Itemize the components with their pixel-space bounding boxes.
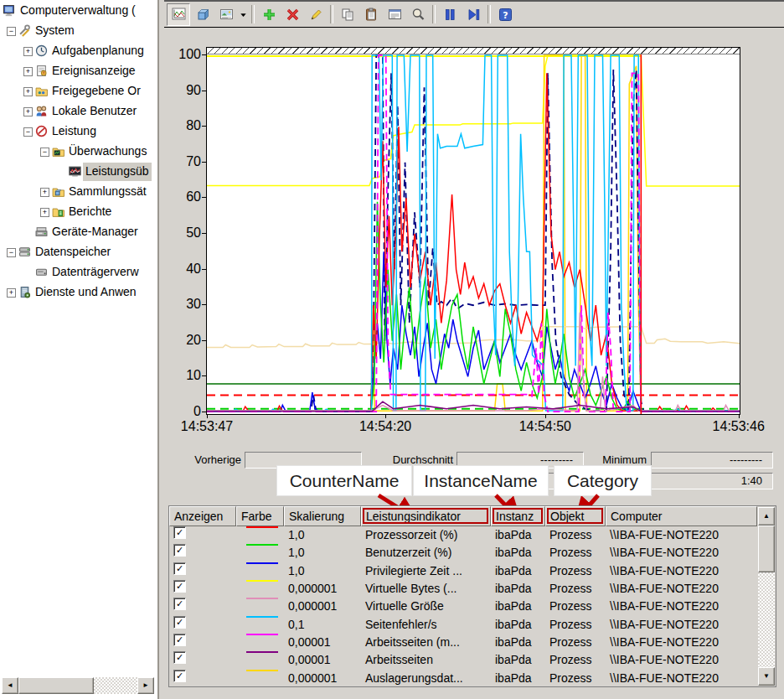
tree-item-geräte-manager[interactable]: Geräte-Manager [0,223,157,241]
column-header-skalierung[interactable]: Skalierung [284,506,361,526]
tree-item-dienste-und-anwen[interactable]: +Dienste und Anwen [0,283,157,302]
tree-item-leistung[interactable]: −Leistung [0,122,157,141]
counter-row-4[interactable]: ✓0,000001Virtuelle Bytes (...ibaPdaProze… [169,580,757,598]
table-vscroll-thumb[interactable] [758,526,775,572]
copy-properties-button[interactable] [337,4,358,25]
tree-item-label[interactable]: Datenträgerverw [49,263,142,282]
show-counter-checkbox[interactable]: ✓ [173,634,186,646]
collapse-icon[interactable]: − [23,127,33,137]
tree-item-sammlungssät[interactable]: +Sammlungssät [0,183,157,201]
highlight-button[interactable] [305,4,327,25]
counter-row-8[interactable]: ✓0,00001ArbeitsseitenibaPdaProzess\\IBA-… [169,651,757,669]
table-vscroll-up-arrow[interactable]: ▲ [758,507,775,526]
tree-item-freigegebene-or[interactable]: +Freigegebene Or [0,82,157,101]
expand-icon[interactable]: + [23,67,33,76]
counter-name-cell: Arbeitsseiten [361,651,491,669]
tree-item-label[interactable]: Aufgabenplanung [49,42,147,60]
tree-item-label[interactable]: Leistung [49,122,99,141]
counter-name-cell: Arbeitsseiten (m... [361,634,491,651]
zoom-button[interactable] [407,4,429,25]
add-counter-button[interactable] [258,4,280,25]
collapse-icon[interactable]: − [7,27,16,36]
tree-item-label[interactable]: Sammlungssät [66,183,149,201]
tree-item-aufgabenplanung[interactable]: +Aufgabenplanung [0,42,157,60]
show-counter-checkbox[interactable]: ✓ [173,526,186,539]
tree-item-überwachungs[interactable]: −Überwachungs [0,142,157,161]
column-header-farbe[interactable]: Farbe [236,506,284,526]
x-axis-label: 14:53:46 [703,419,775,434]
object-cell: Prozess [545,634,606,651]
counter-row-3[interactable]: ✓1,0Privilegierte Zeit ...ibaPdaProzess\… [169,562,757,580]
tree-item-label[interactable]: Geräte-Manager [49,223,141,241]
instance-cell: ibaPda [491,670,545,687]
monitoring-tools-folder-icon [52,145,64,158]
show-counter-checkbox[interactable]: ✓ [173,651,186,664]
expand-icon[interactable]: + [40,188,49,197]
collapse-icon[interactable]: − [7,248,16,257]
expand-icon[interactable]: + [7,288,16,298]
report-view-button[interactable] [215,4,237,25]
help-button[interactable]: ? [494,4,516,25]
show-counter-checkbox[interactable]: ✓ [173,562,186,575]
tree-item-datenspeicher[interactable]: −Datenspeicher [0,243,157,261]
chart-view-button[interactable] [167,3,190,26]
object-cell: Prozess [545,651,606,669]
expand-icon[interactable]: + [23,107,33,116]
tree-item-label[interactable]: Ereignisanzeige [49,62,138,80]
tree-item-label[interactable]: Lokale Benutzer [49,102,139,121]
tree-item-label[interactable]: Freigegebene Or [49,82,143,101]
counter-row-7[interactable]: ✓0,00001Arbeitsseiten (m...ibaPdaProzess… [169,634,757,651]
column-header-computer[interactable]: Computer [606,506,757,526]
view-dropdown-button[interactable] [238,4,249,25]
tree-item-lokale-benutzer[interactable]: +Lokale Benutzer [0,102,157,121]
local-users-icon [35,105,48,117]
tree-item-label[interactable]: Dienste und Anwen [33,283,139,302]
tree-item-system[interactable]: −System [0,22,157,40]
freeze-display-button[interactable] [439,4,461,25]
delete-counter-button[interactable] [281,4,303,25]
column-header-leistungsindikator[interactable]: Leistungsindikator [361,506,491,526]
tree-item-label[interactable]: Leistungsüb [83,163,152,181]
counter-row-5[interactable]: ✓0,000001Virtuelle GrößeibaPdaProzess\\I… [169,598,757,615]
counter-row-6[interactable]: ✓0,1Seitenfehler/sibaPdaProzess\\IBA-FUE… [169,616,757,634]
paste-counter-list-button[interactable] [360,4,382,25]
tree-item-datenträgerverw[interactable]: Datenträgerverw [0,263,157,282]
show-counter-checkbox[interactable]: ✓ [173,616,186,629]
properties-button[interactable] [384,4,405,25]
show-counter-checkbox[interactable]: ✓ [173,580,186,593]
histogram-view-button[interactable] [192,4,214,25]
tree-item-berichte[interactable]: +Berichte [0,203,157,221]
column-header-anzeigen[interactable]: Anzeigen [169,506,236,526]
tree-hscroll-right-arrow[interactable]: ► [137,677,154,694]
column-header-instanz[interactable]: Instanz [491,506,545,526]
tree-item-label[interactable]: System [33,22,77,40]
expand-icon[interactable]: + [40,208,49,217]
collapse-icon[interactable]: − [40,148,49,157]
counter-name-cell: Privilegierte Zeit ... [361,562,491,580]
tree-item-label[interactable]: Computerverwaltung ( [18,2,138,20]
tree-item-label[interactable]: Berichte [66,203,114,221]
tree-hscroll-thumb[interactable] [18,677,94,694]
tree-hscroll-left-arrow[interactable]: ◄ [2,677,18,694]
object-cell: Prozess [545,544,606,562]
show-counter-checkbox[interactable]: ✓ [173,670,186,682]
update-data-button[interactable] [462,4,484,25]
object-cell: Prozess [545,670,606,687]
counter-row-1[interactable]: ✓1,0Prozessorzeit (%)ibaPdaProzess\\IBA-… [169,526,757,544]
table-vscroll-down-arrow[interactable]: ▼ [758,667,775,686]
tree-item-leistungsüb[interactable]: Leistungsüb [0,163,157,181]
counter-row-9[interactable]: ✓0,000001Auslagerungsdat...ibaPdaProzess… [169,669,757,686]
show-counter-checkbox[interactable]: ✓ [173,598,186,610]
expand-icon[interactable]: + [23,87,33,96]
tree-item-label[interactable]: Datenspeicher [33,243,113,261]
counter-row-2[interactable]: ✓1,0Benutzerzeit (%)ibaPdaProzess\\IBA-F… [169,544,757,562]
tree-item-ereignisanzeige[interactable]: +Ereignisanzeige [0,62,157,80]
tree-item-computerverwaltung[interactable]: Computerverwaltung ( [0,2,157,20]
expand-icon[interactable]: + [23,47,33,56]
show-counter-checkbox[interactable]: ✓ [173,544,186,557]
red-highlight-box [547,508,603,524]
scale-cell: 0,00001 [284,651,361,669]
histogram-view-icon [196,8,210,22]
column-header-objekt[interactable]: Objekt [545,506,606,526]
tree-item-label[interactable]: Überwachungs [66,142,149,161]
